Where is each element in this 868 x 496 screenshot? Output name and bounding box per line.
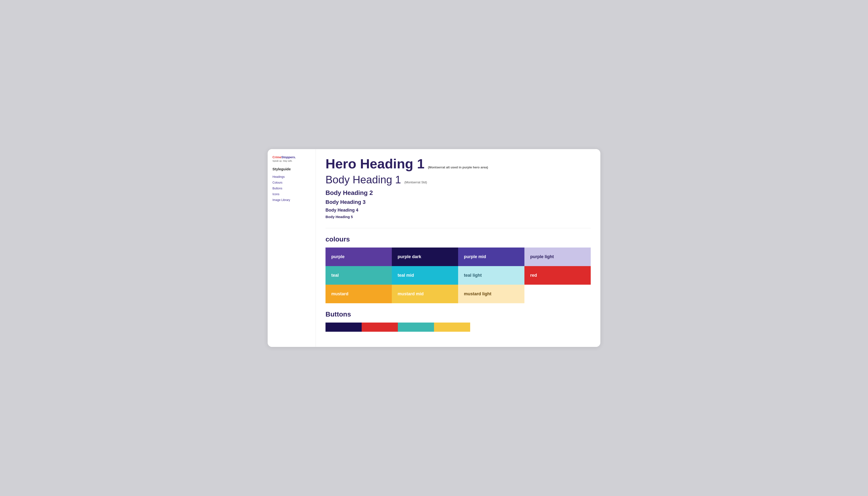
body-heading-1: Body Heading 1 (Montserrat Std) [325, 174, 591, 186]
buttons-row [325, 323, 591, 332]
colour-mustard-mid: mustard mid [392, 285, 458, 303]
sidebar-link-image-library[interactable]: Image Library [272, 198, 290, 202]
sidebar-link-icons[interactable]: Icons [272, 192, 279, 196]
colour-mustard: mustard [325, 285, 392, 303]
logo: CrimeStoppers. Speak up. Stay safe. [272, 155, 311, 162]
buttons-title: Buttons [325, 310, 591, 318]
logo-tagline: Speak up. Stay safe. [272, 160, 311, 162]
sidebar-item-colours[interactable]: Colours [272, 180, 311, 185]
button-swatch-mustard [434, 323, 470, 332]
colour-purple: purple [325, 248, 392, 266]
sidebar-item-buttons[interactable]: Buttons [272, 186, 311, 190]
buttons-section: Buttons [325, 310, 591, 332]
sidebar-item-headings[interactable]: Headings [272, 174, 311, 179]
sidebar-nav: Headings Colours Buttons Icons Image Lib… [272, 174, 311, 202]
colours-title: colours [325, 235, 591, 243]
colour-teal: teal [325, 266, 392, 285]
colour-purple-light: purple light [525, 248, 591, 266]
body-heading-1-note: (Montserrat Std) [404, 181, 427, 184]
button-swatch-red [361, 323, 398, 332]
headings-section: Hero Heading 1 (Montserrat alt used in p… [325, 156, 591, 228]
logo-text: CrimeStoppers. [272, 155, 296, 159]
sidebar-item-icons[interactable]: Icons [272, 192, 311, 196]
colours-section: colours purple purple dark purple mid pu… [325, 235, 591, 303]
page-container: CrimeStoppers. Speak up. Stay safe. Styl… [268, 149, 600, 347]
colour-teal-mid: teal mid [392, 266, 458, 285]
body-heading-5: Body Heading 5 [325, 215, 591, 219]
sidebar-link-headings[interactable]: Headings [272, 175, 285, 179]
sidebar: CrimeStoppers. Speak up. Stay safe. Styl… [268, 149, 316, 347]
hero-heading: Hero Heading 1 (Montserrat alt used in p… [325, 156, 591, 171]
colour-empty [525, 285, 591, 303]
main-content: Hero Heading 1 (Montserrat alt used in p… [316, 149, 600, 347]
sidebar-link-buttons[interactable]: Buttons [272, 187, 282, 190]
sidebar-link-colours[interactable]: Colours [272, 181, 282, 184]
button-swatch-purple [325, 323, 361, 332]
colour-purple-mid: purple mid [458, 248, 525, 266]
body-heading-2: Body Heading 2 [325, 189, 591, 197]
colour-mustard-light: mustard light [458, 285, 525, 303]
logo-area: CrimeStoppers. Speak up. Stay safe. [272, 155, 311, 162]
sidebar-title: Styleguide [272, 167, 311, 171]
body-heading-1-text: Body Heading 1 [325, 174, 401, 186]
logo-stoppers: Stoppers. [282, 155, 296, 159]
body-heading-4: Body Heading 4 [325, 208, 591, 213]
sidebar-item-image-library[interactable]: Image Library [272, 198, 311, 202]
colour-teal-light: teal light [458, 266, 525, 285]
body-heading-3: Body Heading 3 [325, 199, 591, 205]
hero-heading-text: Hero Heading 1 [325, 156, 424, 171]
colour-red: red [525, 266, 591, 285]
hero-heading-note: (Montserrat alt used in purple hero area… [428, 166, 488, 169]
colour-purple-dark: purple dark [392, 248, 458, 266]
button-swatch-teal [398, 323, 434, 332]
colours-grid: purple purple dark purple mid purple lig… [325, 248, 591, 303]
logo-crime: Crime [272, 155, 282, 159]
